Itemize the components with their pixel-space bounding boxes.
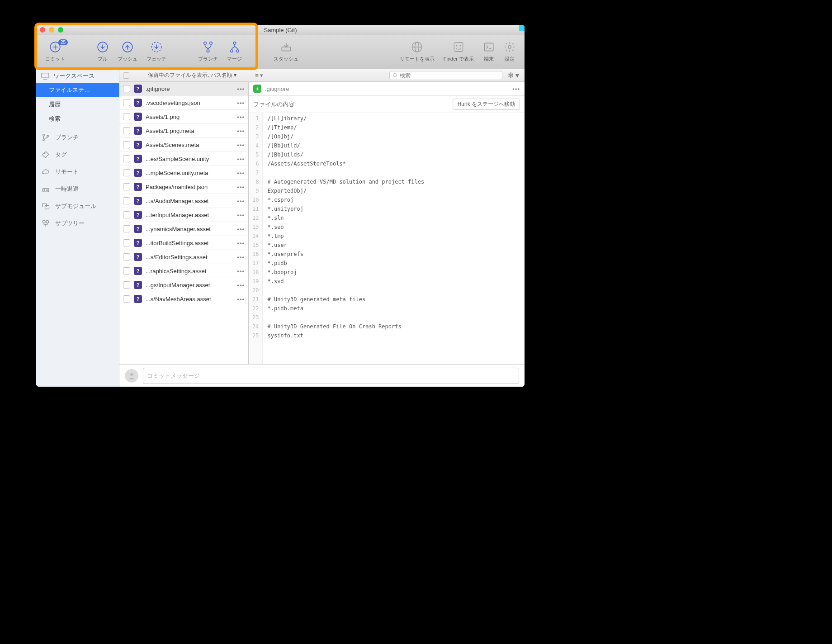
file-checkbox[interactable] — [123, 295, 130, 303]
stash-button[interactable]: スタッシュ — [269, 41, 303, 62]
zoom-button[interactable] — [58, 27, 63, 33]
select-all-checkbox[interactable] — [123, 72, 129, 79]
file-checkbox[interactable] — [123, 211, 130, 218]
merge-button[interactable]: マージ — [222, 41, 246, 62]
file-more-button[interactable]: ••• — [237, 268, 245, 275]
file-name: ...s/AudioManager.asset — [146, 198, 233, 204]
sidebar-section-label: リモート — [55, 168, 79, 176]
stage-hunk-button[interactable]: Hunk をステージへ移動 — [453, 99, 520, 110]
file-more-button[interactable]: ••• — [237, 212, 245, 218]
file-checkbox[interactable] — [123, 155, 130, 162]
svg-line-35 — [396, 76, 397, 77]
file-list[interactable]: ?.gitignore•••?.vscode/settings.json•••?… — [119, 82, 249, 364]
submodule-icon — [41, 202, 51, 210]
file-name: ...s/EditorSettings.asset — [146, 254, 233, 260]
file-more-button[interactable]: ••• — [237, 254, 245, 260]
file-row[interactable]: ?Assets/1.png.meta••• — [119, 124, 248, 138]
search-input[interactable] — [400, 72, 499, 79]
file-more-button[interactable]: ••• — [237, 198, 245, 204]
branch-button[interactable]: ブランチ — [194, 41, 222, 62]
diff-content[interactable]: 1234567891011121314151617181920212223242… — [249, 113, 525, 364]
minimize-button[interactable] — [49, 27, 54, 33]
file-row[interactable]: ?...mpleScene.unity.meta••• — [119, 166, 248, 180]
file-more-button[interactable]: ••• — [237, 184, 245, 190]
file-more-button[interactable]: ••• — [237, 226, 245, 232]
search-box[interactable] — [389, 71, 502, 80]
file-more-button[interactable]: ••• — [237, 99, 245, 106]
file-row[interactable]: ?Assets/1.png••• — [119, 110, 248, 124]
push-button[interactable]: プッシュ — [113, 41, 142, 62]
file-row[interactable]: ?...s/NavMeshAreas.asset••• — [119, 292, 248, 306]
file-checkbox[interactable] — [123, 253, 130, 260]
file-more-button[interactable]: ••• — [237, 85, 245, 92]
file-row[interactable]: ?...terInputManager.asset••• — [119, 208, 248, 222]
file-checkbox[interactable] — [123, 183, 130, 190]
file-checkbox[interactable] — [123, 99, 130, 106]
view-mode-toggle[interactable]: ≡ ▾ — [255, 72, 263, 79]
file-more-button[interactable]: ••• — [237, 128, 245, 134]
file-checkbox[interactable] — [123, 225, 130, 232]
file-checkbox[interactable] — [123, 85, 130, 92]
sidebar-tags[interactable]: タグ — [36, 146, 119, 163]
remote-label: リモートを表示 — [400, 56, 435, 62]
file-row[interactable]: ?...gs/InputManager.asset••• — [119, 278, 248, 292]
file-more-button[interactable]: ••• — [237, 156, 245, 162]
avatar[interactable] — [125, 369, 138, 383]
sidebar-workspace-label: ワークスペース — [53, 72, 95, 80]
pull-button[interactable]: プル — [92, 41, 113, 62]
sidebar-subtrees[interactable]: サブツリー — [36, 215, 119, 232]
file-row[interactable]: ?...es/SampleScene.unity••• — [119, 152, 248, 166]
file-more-button[interactable]: ••• — [237, 282, 245, 289]
file-more-button[interactable]: ••• — [237, 142, 245, 148]
file-row[interactable]: ?...s/EditorSettings.asset••• — [119, 250, 248, 264]
file-more-button[interactable]: ••• — [237, 114, 245, 120]
settings-button[interactable]: 設定 — [499, 41, 520, 62]
file-checkbox[interactable] — [123, 169, 130, 176]
branch-icon — [41, 133, 51, 142]
file-checkbox[interactable] — [123, 267, 130, 275]
sidebar-item-history[interactable]: 履歴 — [36, 97, 119, 112]
stash-label: スタッシュ — [274, 56, 298, 62]
remote-button[interactable]: リモートを表示 — [395, 41, 439, 62]
file-row[interactable]: ?...ynamicsManager.asset••• — [119, 222, 248, 236]
settings-label: 設定 — [505, 56, 515, 62]
sidebar-remotes[interactable]: リモート — [36, 163, 119, 180]
file-name: ...ynamicsManager.asset — [146, 226, 233, 232]
commit-button[interactable]: 25 コミット — [41, 41, 70, 62]
file-more-button[interactable]: ••• — [237, 240, 245, 246]
filter-dropdown[interactable]: 保留中のファイルを表示, パス名順 ▾ — [133, 71, 251, 79]
file-more-button[interactable]: ••• — [237, 296, 245, 303]
file-checkbox[interactable] — [123, 281, 130, 289]
sidebar-workspace-header[interactable]: ワークスペース — [36, 69, 119, 83]
file-row[interactable]: ?...s/AudioManager.asset••• — [119, 194, 248, 208]
svg-rect-27 — [43, 189, 49, 192]
file-checkbox[interactable] — [123, 197, 130, 204]
diff-more-button[interactable]: ••• — [512, 85, 520, 92]
fetch-button[interactable]: フェッチ — [142, 41, 171, 62]
sidebar-item-search[interactable]: 検索 — [36, 112, 119, 126]
sidebar-branches[interactable]: ブランチ — [36, 129, 119, 146]
filter-bar: 保留中のファイルを表示, パス名順 ▾ ≡ ▾ ✻ ▾ — [119, 69, 525, 82]
options-dropdown[interactable]: ✻ ▾ — [506, 71, 521, 80]
file-checkbox[interactable] — [123, 127, 130, 134]
file-row[interactable]: ?.gitignore••• — [119, 82, 248, 96]
finder-button[interactable]: Finder で表示 — [439, 41, 478, 62]
sidebar-item-filestatus[interactable]: ファイルステ… — [36, 83, 119, 97]
close-button[interactable] — [40, 27, 45, 33]
sidebar-submodules[interactable]: サブモジュール — [36, 198, 119, 215]
file-checkbox[interactable] — [123, 239, 130, 246]
terminal-button[interactable]: 端末 — [478, 41, 499, 62]
file-checkbox[interactable] — [123, 113, 130, 120]
file-row[interactable]: ?Packages/manifest.json••• — [119, 180, 248, 194]
file-row[interactable]: ?...itorBuildSettings.asset••• — [119, 236, 248, 250]
file-row[interactable]: ?Assets/Scenes.meta••• — [119, 138, 248, 152]
file-row[interactable]: ?...raphicsSettings.asset••• — [119, 264, 248, 278]
highlight-indicator — [519, 25, 525, 31]
commit-message-input[interactable]: コミットメッセージ — [143, 368, 519, 384]
file-more-button[interactable]: ••• — [237, 170, 245, 176]
file-checkbox[interactable] — [123, 141, 130, 148]
file-row[interactable]: ?.vscode/settings.json••• — [119, 96, 248, 110]
sidebar-stashes[interactable]: 一時退避 — [36, 180, 119, 198]
titlebar[interactable]: Sample (Git) — [36, 25, 525, 35]
svg-point-17 — [456, 45, 457, 46]
